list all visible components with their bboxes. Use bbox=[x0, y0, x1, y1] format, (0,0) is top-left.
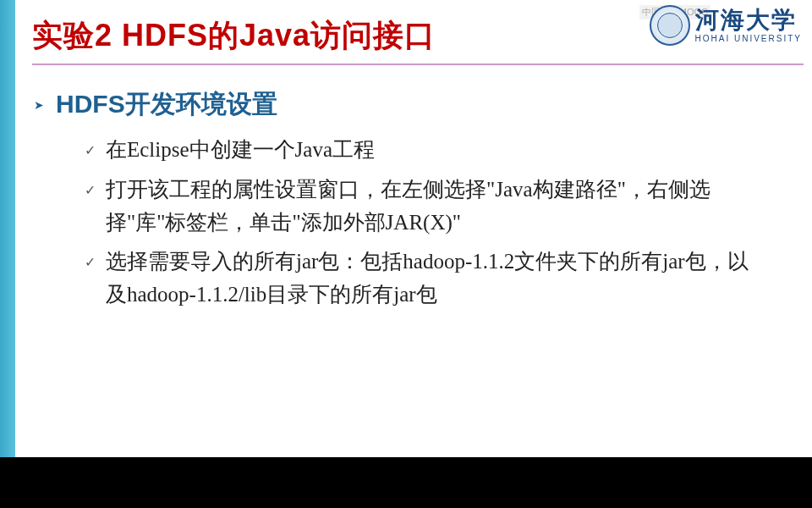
slide-content: 中国大学MOOC 河海大学 HOHAI UNIVERSITY 实验2 HDFS的… bbox=[15, 0, 812, 457]
arrow-bullet-icon: ➤ bbox=[34, 98, 44, 112]
section-heading-row: ➤ HDFS开发环境设置 bbox=[32, 87, 804, 122]
slide-container: 中国大学MOOC 河海大学 HOHAI UNIVERSITY 实验2 HDFS的… bbox=[0, 0, 812, 457]
list-item: ✓ 选择需要导入的所有jar包：包括hadoop-1.1.2文件夹下的所有jar… bbox=[85, 246, 804, 312]
check-icon: ✓ bbox=[85, 141, 96, 162]
bullet-text: 打开该工程的属性设置窗口，在左侧选择"Java构建路径"，右侧选择"库"标签栏，… bbox=[106, 174, 765, 240]
video-black-bar bbox=[0, 457, 812, 508]
list-item: ✓ 打开该工程的属性设置窗口，在左侧选择"Java构建路径"，右侧选择"库"标签… bbox=[85, 174, 804, 240]
university-logo: 河海大学 HOHAI UNIVERSITY bbox=[650, 5, 802, 46]
check-icon: ✓ bbox=[85, 180, 96, 202]
bullet-list: ✓ 在Eclipse中创建一个Java工程 ✓ 打开该工程的属性设置窗口，在左侧… bbox=[85, 134, 804, 312]
logo-chinese: 河海大学 bbox=[695, 8, 797, 32]
check-icon: ✓ bbox=[85, 252, 96, 273]
list-item: ✓ 在Eclipse中创建一个Java工程 bbox=[85, 134, 804, 167]
section-heading: HDFS开发环境设置 bbox=[56, 87, 277, 122]
logo-text-block: 河海大学 HOHAI UNIVERSITY bbox=[695, 8, 802, 43]
bullet-text: 在Eclipse中创建一个Java工程 bbox=[106, 134, 375, 167]
left-accent-bar bbox=[0, 0, 15, 457]
logo-english: HOHAI UNIVERSITY bbox=[695, 34, 802, 43]
logo-seal-icon bbox=[650, 5, 690, 46]
bullet-text: 选择需要导入的所有jar包：包括hadoop-1.1.2文件夹下的所有jar包，… bbox=[106, 246, 765, 312]
